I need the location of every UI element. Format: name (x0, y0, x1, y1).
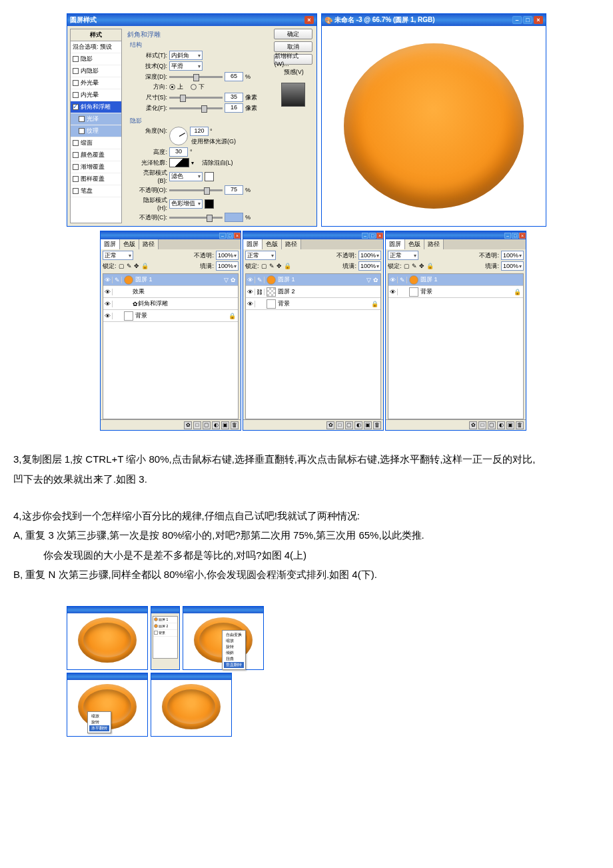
eye-icon[interactable]: 👁 (103, 277, 113, 283)
style-innerglow[interactable]: 内光晕 (71, 89, 121, 101)
technique-select[interactable]: 平滑 (169, 61, 203, 71)
close-icon[interactable]: × (305, 16, 314, 24)
shmode-select[interactable]: 色彩增值 (169, 199, 203, 209)
tab-channels[interactable]: 色版 (120, 239, 139, 249)
hlopacity-slider[interactable] (169, 189, 223, 191)
blend-mode[interactable]: 正常 (103, 251, 133, 260)
altitude-input[interactable]: 30 (169, 147, 188, 157)
dialog-titlebar: 圆屏样式 × (67, 14, 316, 26)
context-menu: 自由变换 缩放 旋转 倾斜 扭曲 垂直翻转 (222, 630, 246, 670)
lock-pos-icon[interactable]: ✥ (134, 263, 139, 269)
layer-row[interactable]: 👁✎圆屏 1▽ ✿ (103, 274, 238, 286)
layer-row[interactable]: 👁✎圆屏 1 (388, 274, 523, 286)
step-3-text-b: 凹下去的效果就出来了.如图 3. (13, 471, 600, 488)
folder-icon[interactable]: ▢ (203, 421, 211, 429)
orange-circle-artwork (344, 43, 524, 209)
angle-input[interactable]: 120 (190, 127, 209, 136)
style-patoverlay[interactable]: 图样覆盖 (71, 173, 121, 185)
section-title: 斜角和浮雕 (127, 30, 267, 39)
shopacity-slider[interactable] (169, 217, 223, 219)
layers-panel-1: –□× 圆屏色版路径 正常不透明:100% 锁定:▢✎✥🔒填满:100% 👁✎圆… (100, 231, 241, 431)
soften-slider[interactable] (169, 107, 223, 109)
canvas-title: 未命名 -3 @ 66.7% (圆屏 1, RGB) (334, 15, 435, 25)
layer-row-bg[interactable]: 👁背景🔒 (103, 310, 238, 322)
newstyle-button[interactable]: 新增样式(W)... (274, 54, 312, 65)
lock-trans-icon[interactable]: ▢ (119, 263, 125, 269)
hl-color[interactable] (205, 172, 214, 181)
thumb-layers-aux: 圆屏 1 圆屏 2 背景 (151, 606, 180, 670)
fill-input[interactable]: 100% (216, 261, 239, 271)
tab-layers[interactable]: 圆屏 (101, 239, 120, 249)
size-slider[interactable] (169, 97, 223, 99)
dir-up-radio[interactable] (169, 84, 175, 90)
blend-defaults[interactable]: 混合选项: 预设 (71, 41, 121, 53)
depth-slider[interactable] (169, 76, 223, 78)
cancel-button[interactable]: 取消 (274, 41, 312, 52)
layers-panel-2: –□× 圆屏色版路径 正常不透明:100% 锁定:▢✎✥🔒填满:100% 👁✎圆… (243, 231, 384, 431)
step-4-text: 4,这步你会找到一个怎样缩小百分比的规律,仔细点自己试吧!我就试了两种情况: (13, 507, 600, 525)
fx-icon[interactable]: ✿ (184, 421, 192, 429)
styles-header: 样式 (71, 29, 121, 41)
dir-down-radio[interactable] (191, 84, 197, 90)
style-gradoverlay[interactable]: 渐增覆盖 (71, 161, 121, 173)
thumb-1 (67, 606, 148, 670)
new-layer-icon[interactable]: ▣ (221, 421, 229, 429)
brush-icon[interactable]: ✎ (113, 277, 122, 283)
tab-paths[interactable]: 路径 (139, 239, 159, 249)
step-3-text: 3,复制图层 1,按 CTRL+T 缩小 80%,点击鼠标右键,选择垂直翻转,再… (13, 451, 600, 468)
layer-row-bg[interactable]: 👁背景🔒 (388, 286, 523, 298)
layer-row-fx-bevel[interactable]: 👁✿ 斜角和浮雕 (103, 298, 238, 310)
bevel-settings: 斜角和浮雕 结构 样式(T):内斜角 技术(Q):平滑 深度(D):65% 方向… (125, 29, 270, 223)
canvas-window: 🎨 未命名 -3 @ 66.7% (圆屏 1, RGB) – □ × (321, 13, 546, 227)
thumb-2: 自由变换 缩放 旋转 倾斜 扭曲 垂直翻转 (183, 606, 264, 670)
doc-icon: 🎨 (324, 17, 332, 24)
lock-icon: 🔒 (229, 313, 236, 319)
style-outerglow[interactable]: 外光晕 (71, 77, 121, 89)
layer-row-bg[interactable]: 👁背景🔒 (246, 298, 380, 310)
min-icon[interactable]: – (219, 233, 226, 239)
shopacity-input[interactable] (225, 213, 243, 222)
mask-icon[interactable]: □ (193, 421, 201, 429)
layers-panels-row: –□× 圆屏色版路径 正常不透明:100% 锁定:▢✎✥🔒填满:100% 👁✎圆… (13, 231, 600, 431)
max-icon[interactable]: □ (227, 233, 233, 239)
step-4a2-text: 你会发现圆的大小是不是差不多都是等比的,对吗?如图 4(上) (13, 547, 600, 564)
style-satin[interactable]: 缎面 (71, 137, 121, 149)
close-icon[interactable]: × (234, 233, 241, 239)
close-icon[interactable]: × (534, 16, 543, 24)
tutorial-text: 3,复制图层 1,按 CTRL+T 缩小 80%,点击鼠标右键,选择垂直翻转,再… (13, 431, 600, 606)
maximize-icon[interactable]: □ (523, 16, 532, 24)
layer-row[interactable]: 👁⛓圆屏 2 (246, 286, 380, 298)
step-4a-text: A, 重复 3 次第三步骤,第一次是按 80%缩小的,对吧?那第二次用 75%,… (13, 527, 600, 544)
layer-list: 👁✎圆屏 1▽ ✿ 👁效果 👁✿ 斜角和浮雕 👁背景🔒 (103, 273, 239, 419)
style-coloroverlay[interactable]: 颜色覆盖 (71, 149, 121, 161)
trash-icon[interactable]: 🗑 (231, 421, 239, 429)
opacity-input[interactable]: 100% (216, 251, 239, 260)
preview-thumbnail (281, 83, 305, 107)
eye-icon[interactable]: 👁 (103, 301, 113, 307)
adj-icon[interactable]: ◐ (212, 421, 220, 429)
style-texture[interactable]: 纹理 (71, 125, 121, 137)
depth-input[interactable]: 65 (225, 72, 243, 81)
gloss-contour[interactable] (169, 158, 189, 167)
eye-icon[interactable]: 👁 (103, 313, 113, 319)
ok-button[interactable]: 确定 (274, 29, 312, 39)
layer-row[interactable]: 👁✎圆屏 1▽ ✿ (246, 274, 380, 286)
minimize-icon[interactable]: – (512, 16, 522, 24)
style-innershadow[interactable]: 内隐影 (71, 65, 121, 77)
style-bevel[interactable]: 斜角和浮雕 (71, 101, 121, 113)
eye-icon[interactable]: 👁 (103, 289, 113, 295)
style-contour[interactable]: 光泽 (71, 113, 121, 125)
angle-dial[interactable] (169, 127, 188, 145)
soften-input[interactable]: 16 (225, 103, 243, 113)
style-dropshadow[interactable]: 隐影 (71, 53, 121, 65)
style-select[interactable]: 内斜角 (169, 51, 203, 60)
hlopacity-input[interactable]: 75 (225, 185, 243, 195)
hlmode-select[interactable]: 滤色 (169, 172, 203, 181)
size-input[interactable]: 35 (225, 93, 243, 102)
layer-row-fx[interactable]: 👁效果 (103, 286, 238, 298)
style-stroke[interactable]: 笔盘 (71, 185, 121, 197)
dialog-buttons: 确定 取消 新增样式(W)... 预感(V) (273, 29, 314, 223)
lock-all-icon[interactable]: 🔒 (141, 263, 149, 269)
lock-pixels-icon[interactable]: ✎ (127, 263, 132, 269)
sh-color[interactable] (205, 199, 214, 209)
